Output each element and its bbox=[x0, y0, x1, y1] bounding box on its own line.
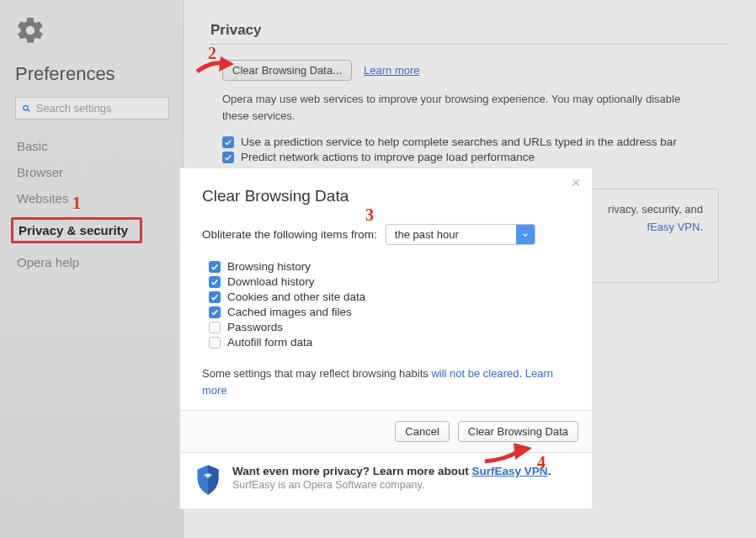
checkbox-label: Autofill form data bbox=[227, 336, 312, 349]
promo-subtext: SurfEasy is an Opera Software company. bbox=[232, 479, 551, 491]
cancel-button[interactable]: Cancel bbox=[395, 421, 449, 442]
note-text: . bbox=[519, 367, 524, 380]
surfeasy-promo: Want even more privacy? Learn more about… bbox=[180, 452, 592, 509]
dialog-footer: Cancel Clear Browsing Data bbox=[180, 410, 592, 452]
checkbox-label: Cached images and files bbox=[227, 306, 352, 318]
checkbox-icon bbox=[209, 322, 221, 333]
checkbox-browsing-history[interactable]: Browsing history bbox=[209, 260, 570, 273]
checkbox-cached-files[interactable]: Cached images and files bbox=[209, 306, 570, 318]
obliterate-label: Obliterate the following items from: bbox=[202, 228, 377, 241]
checkbox-icon bbox=[209, 291, 221, 303]
checkbox-label: Cookies and other site data bbox=[227, 290, 365, 303]
promo-headline: Want even more privacy? Learn more about… bbox=[232, 465, 551, 477]
checkbox-label: Passwords bbox=[227, 321, 283, 333]
checkbox-icon bbox=[209, 337, 221, 349]
dialog-title: Clear Browsing Data bbox=[202, 187, 570, 205]
checkbox-icon bbox=[209, 261, 221, 273]
time-range-value: the past hour bbox=[395, 228, 459, 241]
note-text: Some settings that may reflect browsing … bbox=[202, 367, 431, 380]
checkbox-icon bbox=[209, 276, 221, 288]
clear-browsing-data-dialog: × Clear Browsing Data Obliterate the fol… bbox=[180, 168, 592, 509]
will-not-be-cleared-link[interactable]: will not be cleared bbox=[431, 367, 519, 380]
checkbox-label: Browsing history bbox=[227, 260, 311, 273]
time-range-select[interactable]: the past hour bbox=[386, 224, 535, 245]
dialog-note: Some settings that may reflect browsing … bbox=[202, 365, 570, 398]
chevron-down-icon bbox=[516, 225, 535, 244]
close-icon[interactable]: × bbox=[567, 173, 585, 192]
clear-browsing-data-confirm-button[interactable]: Clear Browsing Data bbox=[458, 421, 578, 442]
checkbox-icon bbox=[209, 306, 221, 318]
checkbox-cookies[interactable]: Cookies and other site data bbox=[209, 290, 570, 303]
shield-icon bbox=[195, 465, 221, 495]
checkbox-label: Download history bbox=[227, 275, 315, 288]
surfeasy-link[interactable]: SurfEasy VPN bbox=[472, 465, 548, 477]
checkbox-autofill[interactable]: Autofill form data bbox=[209, 336, 570, 349]
checkbox-passwords[interactable]: Passwords bbox=[209, 321, 570, 333]
checkbox-download-history[interactable]: Download history bbox=[209, 275, 570, 288]
